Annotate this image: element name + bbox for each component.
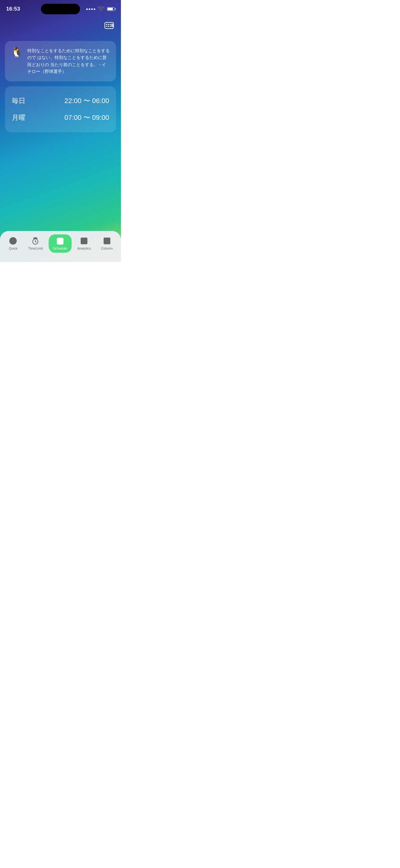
tab-quick[interactable]: Quick [4, 235, 22, 253]
status-time: 16:53 [6, 6, 20, 12]
svg-rect-21 [104, 238, 110, 244]
svg-rect-2 [108, 24, 109, 25]
quote-text: 特別なことをするために特別なことをするので はない、特別なことをするために普段ど… [27, 47, 110, 75]
svg-rect-19 [61, 241, 62, 242]
tab-analytics-label: Analytics [77, 247, 91, 250]
tab-analytics[interactable]: Analytics [73, 235, 95, 253]
svg-rect-15 [58, 238, 59, 239]
tab-column[interactable]: Column [97, 235, 117, 253]
main-screen: 16:53 [0, 0, 121, 262]
schedule-time-daily: 22:00 〜 06:00 [65, 96, 109, 105]
svg-rect-5 [108, 26, 109, 27]
keyboard-add-button[interactable] [102, 19, 116, 32]
svg-rect-4 [106, 26, 107, 27]
schedule-icon [56, 237, 64, 245]
wifi-icon [97, 5, 105, 13]
tab-column-label: Column [101, 247, 113, 250]
schedule-row-daily: 毎日 22:00 〜 06:00 [12, 93, 109, 108]
tab-schedule-label: Schedule [53, 247, 67, 250]
analytics-icon [80, 237, 88, 245]
svg-rect-12 [35, 237, 36, 238]
svg-rect-3 [110, 24, 111, 25]
quick-icon [9, 237, 17, 245]
schedule-label-monday: 月曜 [12, 113, 26, 122]
tab-schedule[interactable]: Schedule [49, 235, 72, 253]
tab-quick-label: Quick [9, 247, 18, 250]
tab-timelimit[interactable]: TimeLimit [24, 235, 47, 253]
quote-card: 🐧 特別なことをするために特別なことをするので はない、特別なことをするために普… [5, 41, 116, 81]
battery-icon [107, 7, 115, 11]
svg-rect-20 [81, 238, 87, 244]
schedule-time-monday: 07:00 〜 09:00 [65, 113, 109, 122]
svg-rect-16 [61, 238, 62, 239]
status-icons [86, 5, 115, 13]
schedule-label-daily: 毎日 [12, 96, 26, 105]
svg-rect-6 [110, 26, 111, 27]
timelimit-icon [31, 237, 39, 245]
keyboard-add-icon [104, 21, 114, 30]
column-icon [103, 237, 111, 245]
schedule-row-monday: 月曜 07:00 〜 09:00 [12, 110, 109, 125]
svg-rect-17 [58, 241, 59, 242]
signal-dots [86, 8, 95, 10]
dynamic-island [41, 4, 80, 14]
tab-timelimit-label: TimeLimit [28, 247, 43, 250]
svg-rect-18 [59, 241, 61, 242]
quote-mascot-icon: 🐧 [10, 47, 23, 60]
tab-bar: Quick TimeLimit Schedule [0, 231, 121, 262]
schedule-card: 毎日 22:00 〜 06:00 月曜 07:00 〜 09:00 [5, 86, 116, 132]
svg-rect-1 [106, 24, 107, 25]
